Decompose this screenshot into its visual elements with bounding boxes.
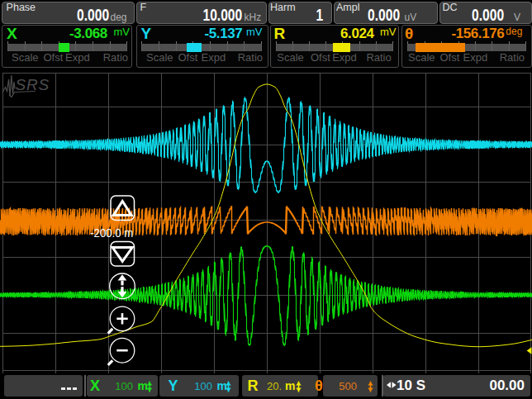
svg-text:SRS: SRS — [16, 76, 50, 93]
